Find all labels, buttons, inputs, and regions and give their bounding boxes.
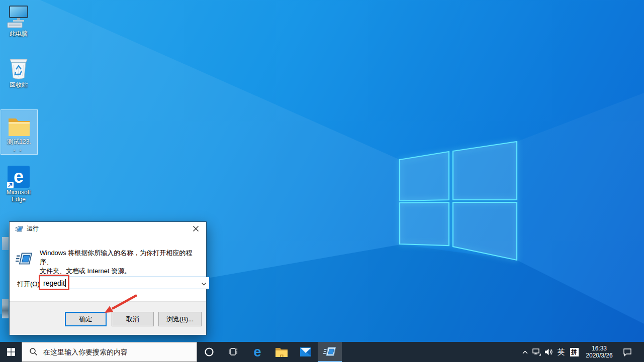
run-open-input-value: regedit: [43, 279, 65, 287]
mail-button[interactable]: [294, 342, 318, 362]
close-icon[interactable]: [185, 222, 206, 235]
mail-icon: [300, 346, 312, 357]
system-tray: 英 拼 16:33 2020/3/26: [519, 342, 644, 362]
search-input[interactable]: [22, 342, 197, 362]
hidden-desktop-icon-sliver: [2, 299, 9, 318]
speaker-icon: [544, 348, 553, 356]
desktop-icon-microsoft-edge[interactable]: e Microsoft Edge: [0, 164, 37, 202]
desktop-icon-recycle-bin[interactable]: 回收站: [0, 55, 37, 88]
ok-button[interactable]: 确定: [65, 312, 107, 326]
desktop-icon-label: 此电脑: [0, 31, 37, 37]
run-app-taskbar-button[interactable]: [318, 342, 342, 362]
recycle-bin-icon: [0, 55, 37, 80]
edge-icon: e: [253, 345, 261, 359]
taskbar: e: [0, 342, 644, 362]
windows-logo-wallpaper: [392, 135, 523, 265]
start-button[interactable]: [0, 342, 22, 362]
tray-show-hidden-icons[interactable]: [519, 342, 530, 362]
tray-ime-mode[interactable]: 拼: [568, 342, 581, 362]
task-view-icon: [228, 347, 238, 356]
hidden-desktop-icon-sliver: [2, 237, 9, 250]
tray-date: 2020/3/26: [586, 352, 612, 359]
run-open-input[interactable]: regedit: [39, 277, 210, 289]
edge-taskbar-button[interactable]: e: [245, 342, 269, 362]
browse-button[interactable]: 浏览(B)...: [158, 312, 202, 326]
run-dialog: 运行 Windows 将根据你所输入的名称，为你打开相应的程序、 文件夹、文档或…: [9, 221, 207, 335]
tray-volume[interactable]: [542, 342, 555, 362]
run-dialog-title: 运行: [27, 224, 39, 233]
folder-icon: [1, 113, 37, 137]
run-dialog-titlebar[interactable]: 运行: [10, 222, 206, 235]
desktop-icon-label: Microsoft: [0, 189, 37, 195]
desktop-icon-label: 测试123.: [1, 139, 37, 145]
cortana-button[interactable]: [197, 342, 221, 362]
windows-desktop: 此电脑 回收站 测试123. 。。 e: [0, 0, 644, 362]
tray-time: 16:33: [586, 345, 612, 352]
desktop-icon-label: 回收站: [0, 82, 37, 88]
file-explorer-icon: [275, 346, 288, 357]
this-pc-icon: [0, 4, 37, 29]
run-app-icon: [323, 345, 336, 358]
network-icon: [532, 348, 541, 356]
task-view-button[interactable]: [221, 342, 245, 362]
desktop-icon-label-line2: 。。: [1, 146, 37, 152]
edge-tile-icon: e: [0, 164, 37, 188]
tray-clock[interactable]: 16:33 2020/3/26: [583, 342, 616, 362]
open-field-label: 打开(O):: [17, 280, 41, 289]
run-dialog-icon: [15, 225, 23, 233]
ime-mode-badge: 拼: [570, 348, 579, 356]
desktop-icon-test-folder[interactable]: 测试123. 。。: [1, 110, 37, 154]
windows-start-icon: [7, 348, 15, 356]
tray-network[interactable]: [530, 342, 542, 362]
text-caret: [65, 279, 66, 287]
cortana-icon: [204, 347, 214, 357]
chevron-up-icon: [522, 350, 528, 354]
tray-ime-language[interactable]: 英: [555, 342, 568, 362]
taskbar-search[interactable]: [22, 342, 197, 362]
action-center-icon: [623, 348, 632, 356]
action-center-button[interactable]: [618, 342, 637, 362]
file-explorer-button[interactable]: [269, 342, 294, 362]
cancel-button[interactable]: 取消: [112, 312, 154, 326]
run-dialog-message: Windows 将根据你所输入的名称，为你打开相应的程序、 文件夹、文档或 In…: [40, 249, 203, 276]
shortcut-arrow-icon: [7, 182, 14, 188]
desktop-icon-this-pc[interactable]: 此电脑: [0, 4, 37, 37]
chevron-down-icon[interactable]: [201, 280, 207, 288]
run-dialog-footer: 确定 取消 浏览(B)...: [10, 301, 206, 335]
desktop-icon-label-line2: Edge: [0, 196, 37, 202]
run-message-icon: [16, 250, 33, 269]
